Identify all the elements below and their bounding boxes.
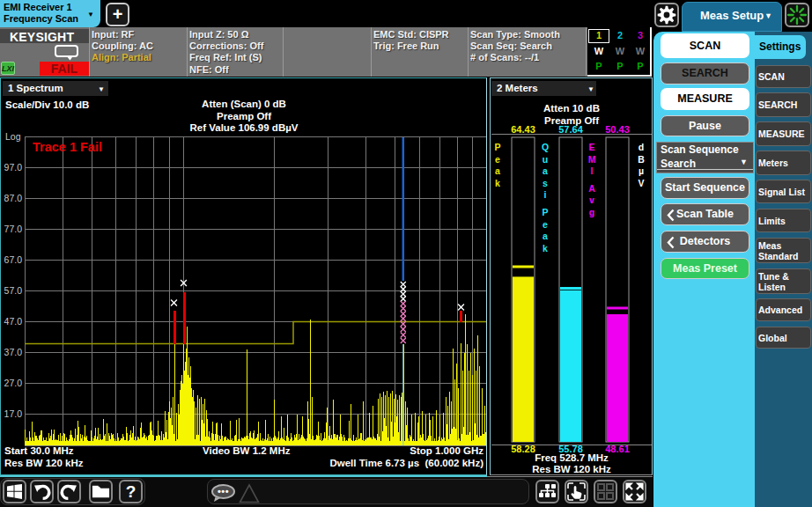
- svg-text:e: e: [495, 154, 500, 165]
- svg-text:B: B: [638, 154, 645, 165]
- svg-text:17.0: 17.0: [4, 408, 23, 419]
- svg-text:P: P: [494, 142, 500, 152]
- svg-text:M: M: [588, 154, 596, 165]
- svg-text:57.64: 57.64: [558, 124, 583, 135]
- svg-text:g: g: [589, 207, 594, 217]
- svg-text:k: k: [495, 178, 500, 188]
- svg-text:97.0: 97.0: [4, 162, 23, 173]
- svg-text:P: P: [542, 207, 548, 217]
- svg-text:a: a: [495, 165, 500, 176]
- svg-text:I: I: [591, 165, 594, 176]
- svg-text:k: k: [543, 243, 548, 254]
- svg-text:50.43: 50.43: [605, 124, 630, 135]
- svg-text:Log: Log: [5, 131, 21, 142]
- svg-text:Trace 1 Fail: Trace 1 Fail: [33, 140, 102, 154]
- svg-text:µ: µ: [639, 165, 644, 176]
- svg-text:57.0: 57.0: [4, 285, 23, 296]
- svg-text:i: i: [544, 189, 547, 200]
- svg-text:s: s: [543, 178, 548, 188]
- svg-text:64.43: 64.43: [511, 124, 535, 135]
- svg-text:E: E: [588, 142, 594, 152]
- svg-text:e: e: [543, 219, 548, 230]
- svg-text:A: A: [588, 183, 595, 194]
- svg-text:a: a: [543, 165, 548, 176]
- svg-text:d: d: [639, 142, 644, 152]
- svg-text:v: v: [589, 195, 594, 205]
- svg-text:67.0: 67.0: [4, 254, 23, 265]
- svg-text:27.0: 27.0: [4, 378, 23, 388]
- svg-text:u: u: [543, 154, 548, 165]
- svg-text:77.0: 77.0: [4, 224, 23, 234]
- svg-text:Q: Q: [542, 142, 549, 152]
- svg-text:47.0: 47.0: [4, 316, 23, 327]
- svg-text:a: a: [543, 231, 548, 241]
- svg-text:V: V: [638, 178, 644, 188]
- svg-text:87.0: 87.0: [4, 193, 23, 203]
- svg-text:37.0: 37.0: [4, 347, 23, 357]
